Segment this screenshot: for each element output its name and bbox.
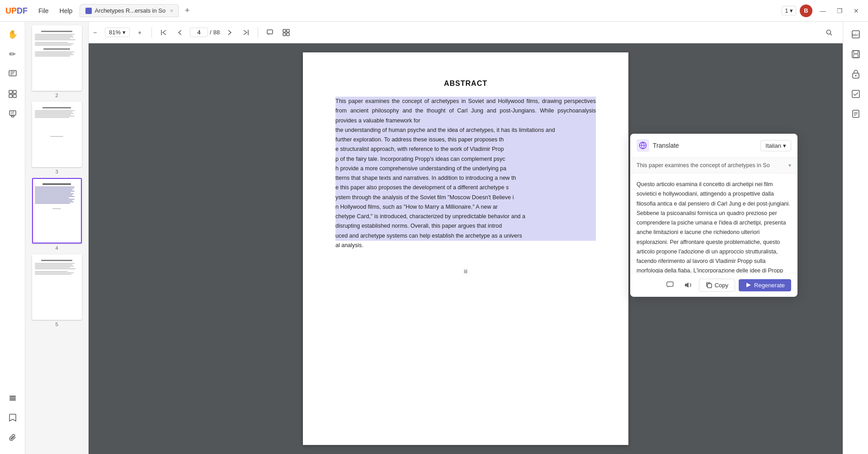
help-menu[interactable]: Help	[56, 5, 76, 16]
thumb-5-label: 5	[55, 322, 58, 327]
titlebar-right: 1 ▾ B — ❐ ✕	[782, 5, 863, 17]
abstract-title: ABSTRACT	[335, 80, 596, 88]
pdf-page: ABSTRACT This paper examines the concept…	[303, 52, 628, 445]
active-tab[interactable]: Archetypes R...ersals in So ×	[80, 4, 179, 17]
svg-text:ABC: ABC	[852, 33, 859, 37]
page-total: 88	[213, 29, 220, 36]
zoom-in-button[interactable]: +	[133, 26, 146, 39]
thumb-2[interactable]	[32, 25, 82, 91]
note-right-icon[interactable]	[847, 105, 865, 123]
language-value: Italian	[765, 142, 781, 149]
search-button[interactable]	[823, 26, 835, 39]
page-selector[interactable]: 1 ▾	[782, 6, 796, 15]
translate-icon	[637, 139, 649, 152]
svg-rect-6	[9, 94, 12, 98]
regenerate-button[interactable]: Regenerate	[739, 279, 791, 291]
layers-icon[interactable]	[4, 389, 22, 407]
save-right-icon[interactable]	[847, 45, 865, 63]
svg-rect-20	[283, 33, 286, 36]
bookmark-icon[interactable]	[4, 409, 22, 427]
svg-rect-5	[13, 90, 16, 94]
page-number-input[interactable]	[190, 28, 208, 37]
svg-rect-18	[283, 29, 286, 32]
titlebar: UPDF File Help Archetypes R...ersals in …	[0, 0, 868, 22]
thumb-5[interactable]	[32, 254, 82, 320]
zoom-display[interactable]: 81% ▾	[105, 28, 130, 37]
translate-source: This paper examines the concept of arche…	[630, 158, 797, 173]
comment-action-button[interactable]	[663, 278, 677, 292]
sidebar-bottom	[4, 389, 22, 450]
content-area: − 81% ▾ + / 88	[89, 22, 843, 454]
thumbnail-page-3[interactable]: 3	[29, 102, 85, 174]
zoom-dropdown-icon: ▾	[123, 29, 126, 36]
copy-button[interactable]: Copy	[699, 279, 735, 292]
sidebar-right: ABC	[843, 22, 868, 454]
svg-rect-4	[9, 90, 12, 94]
export-right-icon[interactable]: ABC	[847, 25, 865, 43]
add-tab-button[interactable]: +	[181, 5, 193, 17]
svg-marker-29	[746, 283, 751, 287]
minimize-button[interactable]: —	[816, 5, 830, 16]
toolbar-divider-2	[258, 27, 258, 38]
thumb-2-label: 2	[55, 93, 58, 98]
pdf-viewer[interactable]: ABSTRACT This paper examines the concept…	[89, 43, 843, 454]
translate-result: Questo articolo esamina il concetto di a…	[630, 173, 797, 273]
layout-button[interactable]	[280, 26, 292, 39]
language-selector[interactable]: Italian ▾	[760, 140, 791, 151]
file-menu[interactable]: File	[35, 5, 52, 16]
toolbar-right	[823, 26, 835, 39]
zoom-percent: 81%	[109, 29, 121, 36]
thumbnail-page-5[interactable]: 5	[29, 254, 85, 327]
app-logo: UPDF	[5, 5, 28, 16]
thumbnail-page-4[interactable]: 4	[29, 178, 85, 251]
go-first-button[interactable]	[157, 26, 170, 39]
organize-tool-icon[interactable]	[4, 85, 22, 103]
copy-label: Copy	[715, 282, 728, 289]
svg-rect-7	[13, 94, 16, 98]
edit-tool-icon[interactable]: ✏	[4, 45, 22, 63]
svg-rect-8	[9, 111, 16, 115]
hand-tool-icon[interactable]: ✋	[4, 25, 22, 43]
page-body-text: This paper examines the concept of arche…	[335, 97, 596, 250]
thumbnail-page-2[interactable]: 2	[29, 25, 85, 98]
svg-rect-26	[667, 282, 673, 286]
svg-rect-21	[287, 33, 289, 36]
zoom-out-button[interactable]: −	[89, 26, 101, 39]
user-avatar[interactable]: B	[800, 5, 812, 17]
go-last-button[interactable]	[240, 26, 252, 39]
tab-close-button[interactable]: ×	[170, 8, 173, 14]
go-next-button[interactable]	[223, 26, 236, 39]
check-right-icon[interactable]	[847, 85, 865, 103]
thumb-4[interactable]	[32, 178, 82, 243]
comment-tool-icon[interactable]	[4, 65, 22, 83]
svg-rect-14	[9, 399, 16, 401]
svg-rect-12	[9, 396, 16, 397]
lock-right-icon[interactable]	[847, 65, 865, 83]
comment-mode-button[interactable]	[264, 26, 276, 39]
svg-rect-11	[11, 116, 14, 117]
svg-rect-33	[854, 51, 858, 53]
tab-area: Archetypes R...ersals in So × +	[80, 4, 782, 17]
maximize-button[interactable]: ❐	[833, 5, 846, 16]
stamp-tool-icon[interactable]	[4, 105, 22, 123]
attachment-icon[interactable]	[4, 429, 22, 447]
tab-file-icon	[85, 8, 92, 14]
expand-source-button[interactable]: ▾	[788, 162, 791, 168]
thumb-3[interactable]	[32, 102, 82, 167]
speaker-action-button[interactable]	[681, 278, 695, 292]
go-prev-button[interactable]	[174, 26, 186, 39]
svg-rect-27	[685, 284, 687, 286]
translate-actions: Copy Regenerate	[630, 273, 797, 297]
svg-rect-17	[267, 30, 273, 34]
close-window-button[interactable]: ✕	[850, 5, 863, 16]
toolbar: − 81% ▾ + / 88	[89, 22, 843, 43]
main-layout: ✋ ✏	[0, 22, 868, 454]
svg-rect-34	[854, 54, 858, 57]
thumb-4-label: 4	[55, 245, 58, 251]
thumbnail-panel: 2 3	[25, 22, 89, 454]
svg-rect-19	[287, 29, 289, 32]
svg-rect-37	[852, 90, 859, 98]
logo-df: DF	[17, 6, 28, 15]
regenerate-label: Regenerate	[754, 282, 785, 289]
lang-dropdown-icon: ▾	[783, 142, 786, 149]
